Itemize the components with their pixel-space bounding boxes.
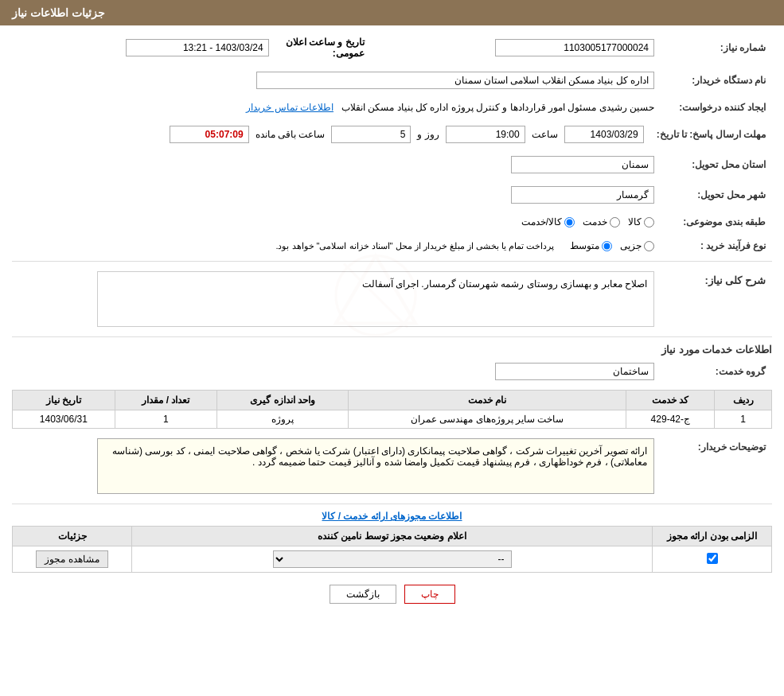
col-quantity: تعداد / مقدار xyxy=(115,391,217,410)
perm-col-required: الزامی بودن ارائه مجوز xyxy=(653,527,772,546)
print-button[interactable]: چاپ xyxy=(404,585,455,604)
creator-label: ایجاد کننده درخواست: xyxy=(661,99,772,116)
permissions-tbody: -- مشاهده مجوز xyxy=(13,546,772,573)
svg-line-2 xyxy=(344,264,408,328)
service-group-table: گروه خدمت: xyxy=(12,360,772,383)
cell-service-code: ج-42-429 xyxy=(626,410,715,429)
col-service-name: نام خدمت xyxy=(348,391,626,410)
perm-col-announce: اعلام وضعیت مجوز توسط نامین کننده xyxy=(132,527,653,546)
radio-both[interactable] xyxy=(564,217,575,227)
col-unit: واحد اندازه گیری xyxy=(217,391,349,410)
service-group-input[interactable] xyxy=(495,363,654,380)
table-row: 1 ج-42-429 ساخت سایر پروژه‌های مهندسی عم… xyxy=(13,410,772,429)
category-table: طبقه بندی موضوعی: کالا خدمت xyxy=(12,213,772,231)
footer-buttons: چاپ بازگشت xyxy=(12,585,772,604)
creator-text: حسین رشیدی مسئول امور قراردادها و کنترل … xyxy=(341,102,654,113)
city-table: شهر محل تحویل: xyxy=(12,183,772,207)
permissions-section-link[interactable]: اطلاعات مجوزهای ارائه خدمت / کالا xyxy=(12,511,772,522)
top-info-table: شماره نیاز: تاریخ و ساعت اعلان عمومی: xyxy=(12,33,772,62)
city-value xyxy=(12,183,661,207)
perm-col-details: جزئیات xyxy=(13,527,132,546)
view-permit-button[interactable]: مشاهده مجوز xyxy=(36,550,107,568)
deadline-row: ساعت روز و ساعت باقی مانده xyxy=(12,122,650,146)
radio-partial[interactable] xyxy=(644,241,654,251)
city-input[interactable] xyxy=(511,186,654,204)
page-title: جزئیات اطلاعات نیاز xyxy=(12,6,105,19)
perm-required-cell xyxy=(653,546,772,573)
contact-link[interactable]: اطلاعات تماس خریدار xyxy=(246,102,333,113)
announce-input[interactable] xyxy=(126,39,269,56)
province-label: استان محل تحویل: xyxy=(661,153,772,177)
cell-quantity: 1 xyxy=(115,410,217,429)
radio-medium-label: متوسط xyxy=(570,240,599,251)
buyer-desc-table: توضیحات خریدار: ارائه تصویر آخرین تغییرا… xyxy=(12,435,772,497)
services-tbody: 1 ج-42-429 ساخت سایر پروژه‌های مهندسی عم… xyxy=(13,410,772,429)
province-table: استان محل تحویل: xyxy=(12,153,772,177)
svg-point-1 xyxy=(336,256,415,336)
radio-goods[interactable] xyxy=(644,217,654,227)
deadline-table: مهلت ارسال پاسخ: تا تاریخ: ساعت روز و سا… xyxy=(12,122,772,146)
deadline-days-label: روز و xyxy=(417,129,439,140)
notice-number-input[interactable] xyxy=(495,39,654,56)
deadline-label: مهلت ارسال پاسخ: تا تاریخ: xyxy=(650,122,772,146)
buyer-desc-value: ارائه تصویر آخرین تغییرات شرکت ، گواهی ص… xyxy=(12,435,661,497)
separator-3 xyxy=(12,504,772,504)
permissions-table: الزامی بودن ارائه مجوز اعلام وضعیت مجوز … xyxy=(12,526,772,573)
purchase-type-radios: جزیی متوسط پرداخت تمام یا بخشی از مبلغ خ… xyxy=(12,237,661,255)
radio-medium[interactable] xyxy=(602,241,612,251)
category-radio-goods: کالا xyxy=(628,216,654,227)
perm-required-checkbox[interactable] xyxy=(707,553,718,564)
deadline-time-input[interactable] xyxy=(446,126,525,143)
buyer-input[interactable] xyxy=(256,72,654,89)
cell-need-date: 1403/06/31 xyxy=(13,410,115,429)
col-row-num: ردیف xyxy=(715,391,772,410)
page-wrapper: جزئیات اطلاعات نیاز شماره نیاز: تاریخ و … xyxy=(0,0,784,696)
cell-service-name: ساخت سایر پروژه‌های مهندسی عمران xyxy=(348,410,626,429)
category-label: طبقه بندی موضوعی: xyxy=(661,213,772,231)
general-desc-label: شرح کلی نیاز: xyxy=(661,268,772,330)
notice-number-label: شماره نیاز: xyxy=(661,33,772,62)
col-need-date: تاریخ نیاز xyxy=(13,391,115,410)
buyer-desc-text: ارائه تصویر آخرین تغییرات شرکت ، گواهی ص… xyxy=(112,445,647,468)
deadline-remaining-input[interactable] xyxy=(170,126,249,143)
purchase-type-table: نوع فرآیند خرید : جزیی متوسط پرداخت تمام… xyxy=(12,237,772,255)
radio-service-label: خدمت xyxy=(583,216,607,227)
deadline-remaining-label: ساعت باقی مانده xyxy=(255,129,326,140)
deadline-time-label: ساعت xyxy=(532,129,558,140)
perm-details-cell: مشاهده مجوز xyxy=(13,546,132,573)
notice-number-value xyxy=(371,33,661,62)
services-section-title: اطلاعات خدمات مورد نیاز xyxy=(12,344,772,356)
watermark xyxy=(328,248,423,351)
category-radio-service: خدمت xyxy=(583,216,620,227)
buyer-desc-label: توضیحات خریدار: xyxy=(661,435,772,497)
buyer-table: نام دستگاه خریدار: xyxy=(12,68,772,92)
deadline-date-input[interactable] xyxy=(564,126,644,143)
general-desc-box: اصلاح معابر و بهسازی روستای رشمه شهرستان… xyxy=(97,271,654,327)
province-input[interactable] xyxy=(511,156,654,173)
announce-label: تاریخ و ساعت اعلان عمومی: xyxy=(275,33,371,62)
buyer-value xyxy=(12,68,661,92)
col-service-code: کد خدمت xyxy=(626,391,715,410)
creator-value: حسین رشیدی مسئول امور قراردادها و کنترل … xyxy=(12,99,661,116)
category-radio-group: کالا خدمت کالا/خدمت xyxy=(18,216,654,227)
purchase-radio-partial: جزیی xyxy=(620,240,654,251)
general-desc-value: اصلاح معابر و بهسازی روستای رشمه شهرستان… xyxy=(12,268,661,330)
cell-unit: پروژه xyxy=(217,410,349,429)
perm-announce-select[interactable]: -- xyxy=(273,550,512,568)
general-desc-table: شرح کلی نیاز: اصلاح معابر و بهسازی روستا… xyxy=(12,268,772,330)
radio-service[interactable] xyxy=(610,217,620,227)
purchase-radio-group: جزیی متوسط پرداخت تمام یا بخشی از مبلغ خ… xyxy=(18,240,654,251)
svg-marker-0 xyxy=(336,256,415,324)
back-button[interactable]: بازگشت xyxy=(330,585,396,604)
list-item: -- مشاهده مجوز xyxy=(13,546,772,573)
general-desc-text: اصلاح معابر و بهسازی روستای رشمه شهرستان… xyxy=(104,278,647,290)
city-label: شهر محل تحویل: xyxy=(661,183,772,207)
purchase-note: پرداخت تمام یا بخشی از مبلغ خریدار از مح… xyxy=(275,241,554,251)
service-group-value xyxy=(12,360,661,383)
category-radio-both: کالا/خدمت xyxy=(521,216,575,227)
deadline-days-input[interactable] xyxy=(331,126,411,143)
buyer-desc-box: ارائه تصویر آخرین تغییرات شرکت ، گواهی ص… xyxy=(97,438,654,494)
separator-1 xyxy=(12,261,772,262)
creator-table: ایجاد کننده درخواست: حسین رشیدی مسئول ام… xyxy=(12,99,772,116)
services-table: ردیف کد خدمت نام خدمت واحد اندازه گیری ت… xyxy=(12,390,772,429)
